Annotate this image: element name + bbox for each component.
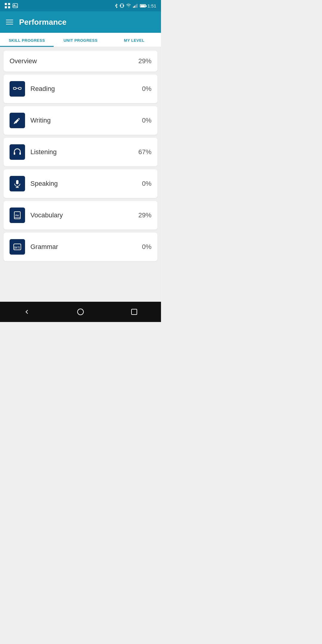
reading-value: 0% — [142, 85, 151, 93]
speaking-icon — [10, 176, 25, 191]
skill-progress-content: Overview 29% Reading 0% Writin — [0, 47, 161, 302]
microphone-icon — [13, 179, 21, 188]
svg-rect-1 — [8, 3, 10, 5]
status-bar: 1:51 — [0, 0, 161, 11]
svg-rect-16 — [19, 152, 21, 155]
back-button[interactable] — [18, 306, 36, 318]
overview-value: 29% — [138, 57, 151, 65]
header: Performance — [0, 11, 161, 33]
grammar-icon: {&?} — [10, 239, 25, 255]
image-icon — [13, 3, 18, 8]
svg-rect-10 — [18, 87, 21, 89]
reading-card[interactable]: Reading 0% — [4, 75, 157, 103]
svg-rect-6 — [121, 4, 123, 7]
tab-my-level[interactable]: MY LEVEL — [107, 33, 161, 47]
svg-line-12 — [13, 87, 13, 88]
pencil-icon — [13, 116, 21, 125]
svg-rect-2 — [5, 6, 7, 8]
bottom-nav — [0, 302, 161, 322]
svg-rect-3 — [8, 6, 10, 8]
svg-text:Aa: Aa — [15, 214, 19, 217]
grammar-brackets-icon: {&?} — [13, 243, 21, 251]
listening-value: 67% — [138, 148, 151, 156]
tab-unit-progress[interactable]: UNIT PROGRESS — [54, 33, 107, 47]
svg-text:{&?}: {&?} — [14, 246, 20, 249]
home-button[interactable] — [72, 306, 89, 318]
recent-button[interactable] — [125, 306, 143, 318]
writing-value: 0% — [142, 117, 151, 124]
bluetooth-icon — [114, 3, 118, 8]
signal-icon — [133, 4, 137, 8]
tab-skill-progress[interactable]: SKILL PROGRESS — [0, 33, 54, 47]
page-title: Performance — [19, 18, 66, 27]
battery-icon — [140, 4, 146, 7]
overview-label: Overview — [10, 57, 138, 65]
reading-icon — [10, 81, 25, 97]
svg-rect-15 — [14, 152, 15, 155]
grid-icon — [5, 3, 10, 8]
writing-label: Writing — [30, 117, 142, 124]
reading-label: Reading — [30, 85, 142, 93]
speaking-card[interactable]: Speaking 0% — [4, 169, 157, 198]
menu-button[interactable] — [6, 20, 13, 24]
svg-rect-26 — [131, 309, 137, 315]
grammar-card[interactable]: {&?} Grammar 0% — [4, 233, 157, 261]
speaking-label: Speaking — [30, 180, 142, 188]
overview-card[interactable]: Overview 29% — [4, 51, 157, 72]
writing-card[interactable]: Writing 0% — [4, 106, 157, 135]
svg-rect-9 — [13, 87, 16, 89]
book-icon: Aa — [13, 211, 21, 219]
svg-rect-17 — [16, 180, 18, 184]
listening-label: Listening — [30, 148, 138, 156]
svg-rect-0 — [5, 3, 7, 5]
glasses-icon — [13, 85, 21, 93]
vocabulary-value: 29% — [138, 211, 151, 219]
speaking-value: 0% — [142, 180, 151, 188]
writing-icon — [10, 113, 25, 128]
wifi-icon — [126, 4, 131, 8]
vocabulary-label: Vocabulary — [30, 211, 138, 219]
svg-point-25 — [78, 309, 83, 315]
status-bar-right-icons: 1:51 — [114, 3, 156, 8]
listening-icon — [10, 144, 25, 160]
grammar-value: 0% — [142, 243, 151, 251]
status-time: 1:51 — [148, 3, 156, 8]
svg-rect-4 — [13, 4, 18, 8]
status-bar-left-icons — [5, 3, 18, 8]
listening-card[interactable]: Listening 67% — [4, 138, 157, 166]
tabs-bar: SKILL PROGRESS UNIT PROGRESS MY LEVEL — [0, 33, 161, 47]
svg-line-13 — [21, 87, 21, 88]
vibrate-icon — [120, 3, 124, 8]
vocabulary-card[interactable]: Aa Vocabulary 29% — [4, 201, 157, 230]
vocabulary-icon: Aa — [10, 208, 25, 223]
grammar-label: Grammar — [30, 243, 142, 251]
headphones-icon — [13, 148, 21, 156]
